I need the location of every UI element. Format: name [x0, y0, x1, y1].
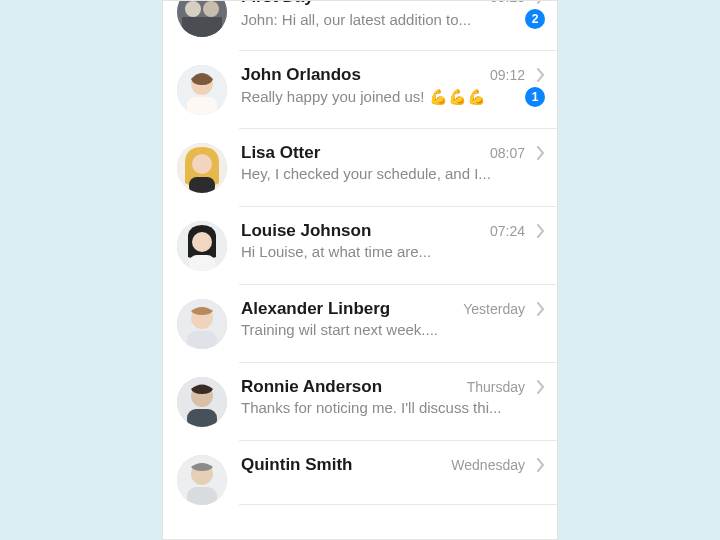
- chevron-right-icon: [537, 224, 545, 238]
- svg-rect-19: [187, 409, 217, 427]
- chat-list-screen: First Day 09:23 John: Hi all, our latest…: [162, 0, 558, 540]
- svg-rect-13: [189, 255, 215, 271]
- conversation-preview: Hey, I checked your schedule, and I...: [241, 165, 545, 182]
- conversation-content: Lisa Otter 08:07 Hey, I checked your sch…: [241, 143, 545, 182]
- conversation-name: Quintin Smith: [241, 455, 443, 475]
- conversation-time: Yesterday: [463, 301, 525, 317]
- conversation-content: John Orlandos 09:12 Really happy you joi…: [241, 65, 545, 107]
- conversation-time: 07:24: [490, 223, 525, 239]
- unread-badge: 2: [525, 9, 545, 29]
- conversation-row-alexander-linberg[interactable]: Alexander Linberg Yesterday Training wil…: [163, 285, 557, 363]
- conversation-name: First Day: [241, 0, 482, 7]
- avatar: [177, 143, 227, 193]
- conversation-content: Louise Johnson 07:24 Hi Louise, at what …: [241, 221, 545, 260]
- conversation-row-ronnie-anderson[interactable]: Ronnie Anderson Thursday Thanks for noti…: [163, 363, 557, 441]
- svg-rect-10: [189, 177, 215, 193]
- svg-rect-3: [182, 17, 222, 37]
- svg-rect-22: [187, 487, 217, 505]
- avatar: [177, 0, 227, 37]
- conversation-row-louise-johnson[interactable]: Louise Johnson 07:24 Hi Louise, at what …: [163, 207, 557, 285]
- svg-point-2: [203, 1, 219, 17]
- chevron-right-icon: [537, 146, 545, 160]
- conversation-preview: Hi Louise, at what time are...: [241, 243, 545, 260]
- conversation-list: First Day 09:23 John: Hi all, our latest…: [163, 0, 557, 505]
- conversation-preview: Really happy you joined us! 💪💪💪: [241, 88, 517, 106]
- conversation-name: Alexander Linberg: [241, 299, 455, 319]
- svg-point-12: [192, 232, 212, 252]
- conversation-content: Quintin Smith Wednesday: [241, 455, 545, 475]
- conversation-content: First Day 09:23 John: Hi all, our latest…: [241, 0, 545, 29]
- chevron-right-icon: [537, 302, 545, 316]
- chevron-right-icon: [537, 380, 545, 394]
- avatar: [177, 377, 227, 427]
- conversation-row-john-orlandos[interactable]: John Orlandos 09:12 Really happy you joi…: [163, 51, 557, 129]
- conversation-name: John Orlandos: [241, 65, 482, 85]
- avatar: [177, 455, 227, 505]
- conversation-preview: Thanks for noticing me. I'll discuss thi…: [241, 399, 545, 416]
- conversation-row-quintin-smith[interactable]: Quintin Smith Wednesday: [163, 441, 557, 505]
- conversation-name: Lisa Otter: [241, 143, 482, 163]
- svg-rect-7: [187, 97, 217, 115]
- conversation-name: Louise Johnson: [241, 221, 482, 241]
- chevron-right-icon: [537, 68, 545, 82]
- chevron-right-icon: [537, 458, 545, 472]
- conversation-time: 09:23: [490, 0, 525, 5]
- conversation-time: 09:12: [490, 67, 525, 83]
- conversation-preview: Training wil start next week....: [241, 321, 545, 338]
- avatar: [177, 299, 227, 349]
- conversation-name: Ronnie Anderson: [241, 377, 459, 397]
- avatar: [177, 65, 227, 115]
- conversation-content: Alexander Linberg Yesterday Training wil…: [241, 299, 545, 338]
- conversation-row-lisa-otter[interactable]: Lisa Otter 08:07 Hey, I checked your sch…: [163, 129, 557, 207]
- conversation-time: Thursday: [467, 379, 525, 395]
- svg-rect-16: [187, 331, 217, 349]
- chevron-right-icon: [537, 0, 545, 4]
- conversation-row-first-day[interactable]: First Day 09:23 John: Hi all, our latest…: [163, 0, 557, 51]
- unread-badge: 1: [525, 87, 545, 107]
- conversation-preview: John: Hi all, our latest addition to...: [241, 11, 517, 28]
- avatar: [177, 221, 227, 271]
- svg-point-1: [185, 1, 201, 17]
- svg-point-9: [192, 154, 212, 174]
- conversation-content: Ronnie Anderson Thursday Thanks for noti…: [241, 377, 545, 416]
- conversation-time: Wednesday: [451, 457, 525, 473]
- conversation-time: 08:07: [490, 145, 525, 161]
